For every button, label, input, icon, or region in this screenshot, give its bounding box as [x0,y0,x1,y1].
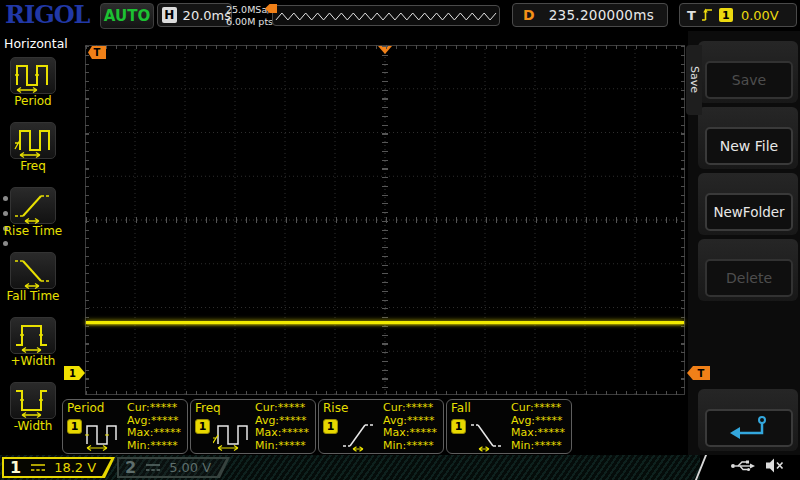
channel1-tab[interactable]: 1 18.2 V [2,457,115,478]
fall-edge-icon [469,416,509,452]
sidebar-item-freq[interactable] [10,122,56,159]
top-status-bar: RIGOL AUTO H 20.0ms 25.0MSa/s 6.00M pts … [0,0,800,31]
fall-time-icon [13,253,53,289]
timebase-box: H 20.0ms [157,3,232,27]
channel1-level-marker[interactable]: 1 [64,366,85,380]
delay-value: 235.200000ms [549,7,654,23]
period-wave-icon [85,416,125,452]
channel1-waveform-trace [86,321,684,324]
oscilloscope-screen: RIGOL AUTO H 20.0ms 25.0MSa/s 6.00M pts … [0,0,800,480]
plus-width-icon [13,318,53,354]
channel2-tab[interactable]: 2 5.00 V [117,457,230,478]
menu-item-delete[interactable]: Delete [705,259,793,297]
panel-channel-badge: 1 [67,419,82,434]
status-icons [730,457,784,474]
panel-values: Cur:***** Avg:***** Max:***** Min:***** [511,402,565,452]
panel-channel-badge: 1 [195,419,210,434]
sidebar-item-period[interactable] [10,57,56,94]
trigger-label: T [687,8,696,23]
trigger-status-box: T 1 0.00V [679,3,797,27]
panel-channel-badge: 1 [451,419,466,434]
delay-label: D [523,7,535,23]
measurement-panel-period: Period 1 Cur:***** Avg:***** Max:***** M… [62,399,188,454]
waveform-preview [272,5,500,26]
trigger-level-value: 0.00V [741,8,779,23]
sidebar-item-label: Rise Time [0,224,66,238]
bottom-status-bar: 1 18.2 V 2 5.00 V [0,455,800,480]
return-arrow-icon [727,414,771,442]
channel1-number: 1 [10,458,21,477]
sidebar-item-label: -Width [0,419,66,433]
page-indicator-dots [3,196,8,246]
timebase-value: 20.0ms [183,8,231,23]
period-icon [13,58,53,94]
timebase-label: H [162,7,177,23]
freq-icon [13,123,53,159]
run-status-badge: AUTO [100,3,154,29]
channel2-number: 2 [125,458,136,477]
usb-icon [730,458,756,473]
speaker-muted-icon [764,457,784,474]
measurement-panel-fall: Fall 1 Cur:***** Avg:***** Max:***** Min… [446,399,572,454]
panel-values: Cur:***** Avg:***** Max:***** Min:***** [383,402,437,452]
rigol-logo: RIGOL [5,0,89,29]
dc-coupling-icon [30,462,46,473]
panel-title: Freq [195,401,221,415]
panel-values: Cur:***** Avg:***** Max:***** Min:***** [127,402,181,452]
measurement-panel-rise: Rise 1 Cur:***** Avg:***** Max:***** Min… [318,399,444,454]
sidebar-item-plus-width[interactable] [10,317,56,354]
measurement-panel-freq: Freq 1 Cur:***** Avg:***** Max:***** Min… [190,399,316,454]
dc-coupling-icon [145,462,161,473]
sidebar-item-label: +Width [0,354,66,368]
sidebar-item-label: Period [0,94,66,108]
panel-title: Fall [451,401,471,415]
memory-depth: 6.00M pts [226,16,275,28]
sidebar-item-fall-time[interactable] [10,252,56,289]
panel-title: Period [67,401,104,415]
trigger-source-badge: 1 [719,8,733,22]
sidebar-item-minus-width[interactable] [10,382,56,419]
menu-title-tab: Save [686,45,702,115]
menu-item-new-folder[interactable]: NewFolder [705,193,793,231]
preview-waveform-icon [273,5,499,26]
sidebar-title: Horizontal [4,36,68,51]
channel2-scale: 5.00 V [169,460,211,475]
channel1-scale: 18.2 V [54,460,96,475]
freq-wave-icon [213,416,253,452]
sidebar-item-label: Fall Time [0,289,66,303]
rise-time-icon [13,188,53,224]
panel-title: Rise [323,401,348,415]
grid-ticks-center-vertical [382,46,388,394]
rising-edge-icon [701,7,713,23]
rise-edge-icon [341,416,381,452]
minus-width-icon [13,383,53,419]
sidebar-item-rise-time[interactable] [10,187,56,224]
sidebar-item-label: Freq [0,159,66,173]
menu-item-new-file[interactable]: New File [705,127,793,165]
panel-channel-badge: 1 [323,419,338,434]
horizontal-delay-box: D 235.200000ms [512,3,668,27]
panel-values: Cur:***** Avg:***** Max:***** Min:***** [255,402,309,452]
menu-item-save[interactable]: Save [705,61,793,99]
menu-item-back[interactable] [705,409,793,447]
